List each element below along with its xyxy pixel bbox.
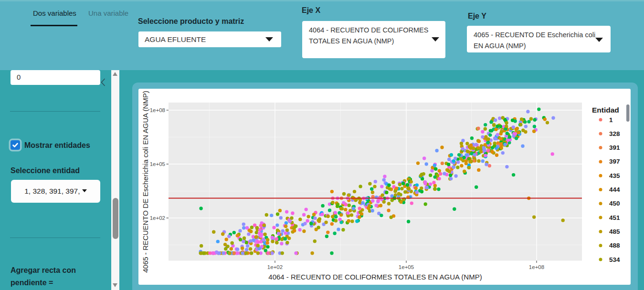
svg-text:Entidad: Entidad bbox=[592, 106, 619, 114]
svg-text:450: 450 bbox=[609, 200, 620, 207]
svg-text:444: 444 bbox=[609, 186, 620, 193]
svg-text:488: 488 bbox=[609, 242, 620, 249]
svg-text:435: 435 bbox=[609, 172, 620, 179]
svg-text:1e+05: 1e+05 bbox=[150, 161, 165, 167]
svg-text:4065 - RECUENTO DE Escherichia: 4065 - RECUENTO DE Escherichia coli EN A… bbox=[141, 91, 149, 273]
svg-text:1: 1 bbox=[609, 116, 613, 124]
svg-text:1e+08: 1e+08 bbox=[529, 264, 544, 270]
svg-text:397: 397 bbox=[609, 158, 620, 165]
svg-text:1e+08: 1e+08 bbox=[150, 107, 165, 113]
svg-text:451: 451 bbox=[609, 214, 620, 221]
svg-text:1e+02: 1e+02 bbox=[150, 215, 165, 221]
svg-text:4064 - RECUENTO DE COLIFORMES: 4064 - RECUENTO DE COLIFORMES TOTALES EN… bbox=[268, 273, 482, 281]
svg-text:328: 328 bbox=[609, 130, 620, 137]
svg-text:485: 485 bbox=[609, 228, 620, 235]
svg-text:1e+02: 1e+02 bbox=[267, 264, 283, 270]
svg-text:391: 391 bbox=[609, 144, 620, 151]
svg-text:1e+05: 1e+05 bbox=[399, 264, 414, 270]
svg-text:534: 534 bbox=[609, 256, 620, 263]
